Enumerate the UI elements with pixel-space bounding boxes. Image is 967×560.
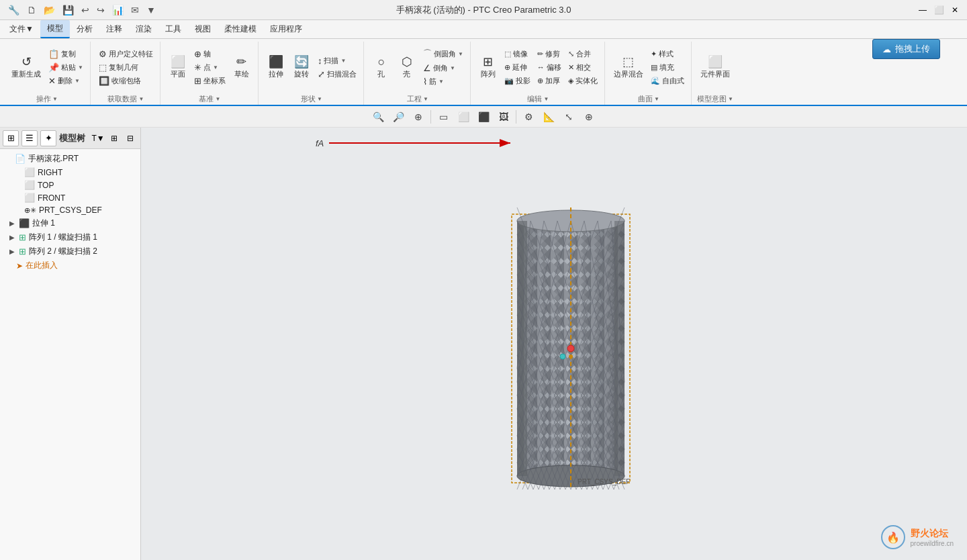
btn-round[interactable]: ⌒倒圆角▼ <box>420 46 466 61</box>
btn-project[interactable]: 📷投影 <box>502 75 533 87</box>
btn-view-angle[interactable]: 📐 <box>539 109 558 125</box>
btn-paste[interactable]: 📌粘贴▼ <box>46 61 86 74</box>
panel-tab-list[interactable]: ☰ <box>21 130 38 146</box>
qa-icon2[interactable]: ✉ <box>128 3 142 17</box>
qa-icon1[interactable]: 📊 <box>109 3 126 17</box>
menu-file[interactable]: 文件▼ <box>3 21 40 38</box>
btn-trim[interactable]: ✏修剪 <box>535 48 564 60</box>
menu-analysis[interactable]: 分析 <box>70 21 99 38</box>
btn-hole[interactable]: ○ 孔 <box>369 54 394 81</box>
btn-intersect[interactable]: ✕相交 <box>565 61 600 74</box>
tree-item-extrude1[interactable]: ▶ ⬛ 拉伸 1 <box>0 216 140 230</box>
btn-merge[interactable]: ⤡合并 <box>565 48 600 60</box>
btn-sweep[interactable]: ↕扫描▼ <box>315 54 359 67</box>
ribbon-group-intent: ⬜ 元件界面 模型意图▼ <box>693 42 737 105</box>
panel-filter-btn[interactable]: T▼ <box>91 131 105 146</box>
btn-freestyle[interactable]: 🌊自由式 <box>648 75 687 87</box>
panel-tab-grid[interactable]: ⊞ <box>3 130 19 146</box>
menu-flex[interactable]: 柔性建模 <box>218 21 263 38</box>
btn-revolve[interactable]: 🔄 旋转 <box>289 54 314 81</box>
tree-insert-marker[interactable]: ➤ 在此插入 <box>0 259 140 273</box>
btn-view-named[interactable]: ▭ <box>434 109 453 125</box>
btn-style[interactable]: ✦样式 <box>648 48 687 60</box>
menu-model[interactable]: 模型 <box>40 20 70 38</box>
close-btn[interactable]: ✕ <box>948 3 962 17</box>
tree-expand-pattern2[interactable]: ▶ <box>8 248 16 255</box>
minimize-btn[interactable]: — <box>916 3 929 17</box>
btn-extend[interactable]: ⊕延伸 <box>502 61 533 74</box>
menu-view[interactable]: 视图 <box>188 21 218 38</box>
btn-sketch[interactable]: ✏ 草绘 <box>230 54 254 81</box>
freestyle-icon: 🌊 <box>651 77 660 85</box>
tree-item-right[interactable]: ⬜ RIGHT <box>0 166 140 179</box>
btn-view-wire[interactable]: 🖼 <box>494 109 513 125</box>
panel-tab-star[interactable]: ✦ <box>40 130 56 146</box>
btn-shrinkwrap[interactable]: 🔲收缩包络 <box>96 75 156 87</box>
regenerate-icon: ↺ <box>21 56 32 68</box>
window-controls: — ⬜ ✕ <box>916 3 962 17</box>
new-btn[interactable]: 🗋 <box>24 3 39 17</box>
btn-thicken[interactable]: ⊕加厚 <box>535 75 564 87</box>
panel-view-btn[interactable]: ⊞ <box>107 131 122 146</box>
btn-rib[interactable]: ⌇筋▼ <box>420 75 466 88</box>
tree-expand-pattern1[interactable]: ▶ <box>8 234 16 241</box>
axis-top-svg <box>569 235 572 275</box>
btn-csys[interactable]: ⊞坐标系 <box>191 75 228 87</box>
tree-label-csys: PRT_CSYS_DEF <box>39 205 102 215</box>
btn-zoom-out[interactable]: 🔎 <box>389 109 408 125</box>
btn-chamfer[interactable]: ∠倒角▼ <box>420 62 466 75</box>
upload-button[interactable]: ☁ 拖拽上传 <box>872 39 940 59</box>
qa-icon3[interactable]: ▼ <box>144 3 158 17</box>
btn-view-center[interactable]: ⊕ <box>580 109 598 125</box>
redo-btn[interactable]: ↪ <box>94 3 107 17</box>
menu-tools[interactable]: 工具 <box>158 21 188 38</box>
btn-mirror[interactable]: ⬚镜像 <box>502 48 533 60</box>
btn-zoom-fit[interactable]: ⊕ <box>409 109 428 125</box>
tree-item-front[interactable]: ⬜ FRONT <box>0 191 140 204</box>
btn-solidify[interactable]: ◈实体化 <box>565 75 600 87</box>
copy-geo-icon: ⬚ <box>99 62 107 73</box>
btn-regenerate[interactable]: ↺ 重新生成 <box>8 54 44 81</box>
tree-item-pattern2[interactable]: ▶ ⊞ 阵列 2 / 螺旋扫描 2 <box>0 244 140 259</box>
panel-expand-btn[interactable]: ⊟ <box>123 131 138 146</box>
trim-icon: ✏ <box>537 50 543 58</box>
btn-extrude[interactable]: ⬛ 拉伸 <box>264 54 288 81</box>
btn-shell[interactable]: ⬡ 壳 <box>395 54 419 81</box>
btn-user-feature[interactable]: ⚙用户定义特征 <box>96 48 156 60</box>
btn-axis[interactable]: ⊕轴 <box>191 48 228 60</box>
btn-offset[interactable]: ↔偏移 <box>535 61 564 74</box>
btn-view-settings[interactable]: ⚙ <box>519 109 538 125</box>
menu-render[interactable]: 渲染 <box>129 21 158 38</box>
btn-view-expand[interactable]: ⤡ <box>559 109 578 125</box>
tree-item-pattern1[interactable]: ▶ ⊞ 阵列 1 / 螺旋扫描 1 <box>0 230 140 244</box>
ribbon-group-intent-label: 模型意图▼ <box>697 93 733 105</box>
viewport-canvas[interactable]: fA <box>141 128 967 560</box>
ribbon-group-operations-content: ↺ 重新生成 📋复制 📌粘贴▼ ✕删除▼ <box>8 42 86 93</box>
btn-view-front[interactable]: ⬜ <box>454 109 473 125</box>
ribbon-col-getdata: ⚙用户定义特征 ⬚复制几何 🔲收缩包络 <box>96 48 156 87</box>
btn-view-shade[interactable]: ⬛ <box>474 109 493 125</box>
menu-apps[interactable]: 应用程序 <box>263 21 309 38</box>
save-btn[interactable]: 💾 <box>60 3 77 17</box>
view-toolbar: 🔍 🔎 ⊕ ▭ ⬜ ⬛ 🖼 ⚙ 📐 ⤡ ⊕ <box>0 106 967 128</box>
btn-pattern[interactable]: ⊞ 阵列 <box>476 54 500 81</box>
tree-expand-extrude1[interactable]: ▶ <box>8 220 16 227</box>
btn-fill[interactable]: ▤填充 <box>648 61 687 74</box>
btn-plane[interactable]: ⬜ 平面 <box>166 54 190 81</box>
btn-boundary-blend[interactable]: ⬚ 边界混合 <box>610 54 647 81</box>
ribbon-group-shape: ⬛ 拉伸 🔄 旋转 ↕扫描▼ ⤢扫描混合 形状▼ <box>260 42 364 105</box>
tree-item-top[interactable]: ⬜ TOP <box>0 179 140 191</box>
btn-zoom-in[interactable]: 🔍 <box>369 109 387 125</box>
btn-component-interface[interactable]: ⬜ 元件界面 <box>697 54 733 81</box>
btn-point[interactable]: ✳点▼ <box>191 61 228 74</box>
btn-sweep-blend[interactable]: ⤢扫描混合 <box>315 68 359 81</box>
tree-item-csys[interactable]: ⊕✳ PRT_CSYS_DEF <box>0 204 140 216</box>
btn-delete[interactable]: ✕删除▼ <box>46 75 86 87</box>
btn-copy[interactable]: 📋复制 <box>46 48 86 60</box>
tree-item-root[interactable]: 📄 手柄滚花.PRT <box>0 152 140 166</box>
maximize-btn[interactable]: ⬜ <box>932 3 946 17</box>
open-btn[interactable]: 📂 <box>41 3 58 17</box>
menu-annotation[interactable]: 注释 <box>99 21 129 38</box>
btn-copy-geo[interactable]: ⬚复制几何 <box>96 61 156 74</box>
undo-btn[interactable]: ↩ <box>79 3 92 17</box>
